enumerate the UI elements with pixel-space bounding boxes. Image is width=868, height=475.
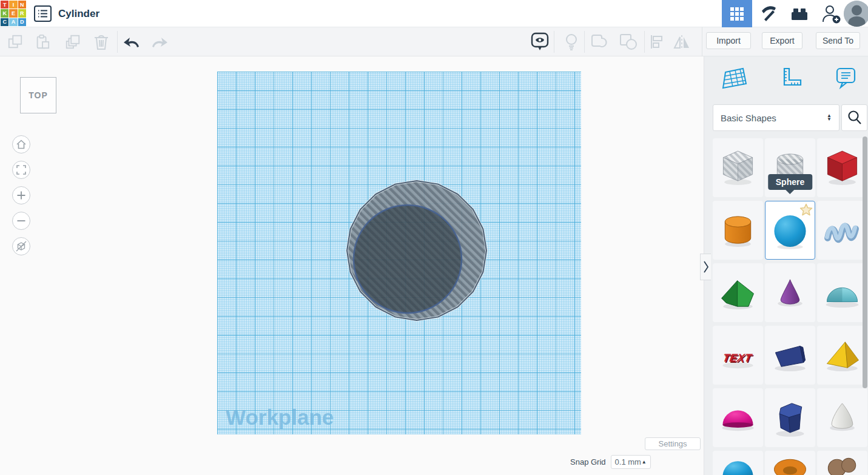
toolbar-divider [554, 31, 554, 53]
import-button[interactable]: Import [706, 32, 751, 49]
shape-tile-cylinder-orange[interactable] [713, 201, 763, 260]
panel-scrollbar[interactable] [863, 136, 867, 388]
box-transparent-shape-icon [713, 139, 762, 197]
mirror-button[interactable] [671, 32, 692, 52]
undo-button[interactable] [121, 32, 142, 52]
ungroup-icon [619, 33, 638, 50]
brick-button[interactable] [784, 0, 815, 27]
shape-tile-sphere[interactable]: Sphere [765, 201, 815, 260]
shape-tile-text[interactable] [713, 326, 763, 385]
panel-collapse-handle[interactable] [700, 254, 711, 280]
copy-button[interactable] [5, 32, 25, 52]
logo-cell-r: R [18, 9, 26, 17]
logo-cell-a: A [9, 18, 17, 26]
shape-tile-box-red[interactable] [817, 138, 867, 197]
ungroup-button[interactable] [618, 32, 639, 52]
snap-grid-select[interactable]: 0.1 mm ▲ [611, 455, 651, 469]
half-sphere-shape-icon [713, 389, 762, 446]
list-icon [38, 9, 48, 18]
redo-button[interactable] [149, 32, 170, 52]
home-view-button[interactable] [12, 135, 30, 153]
snap-grid-row: Snap Grid 0.1 mm ▲ [570, 455, 651, 469]
avatar[interactable] [844, 1, 868, 27]
edit-toolbar: Import Export Send To [0, 27, 868, 56]
roof-shape-icon [713, 264, 762, 322]
toolbar-divider [584, 31, 585, 53]
avatar-silhouette-icon [844, 1, 868, 27]
dropdown-up-icon: ▲ [642, 459, 647, 465]
shape-tile-scribble[interactable] [817, 201, 867, 260]
duplicate-button[interactable] [62, 32, 83, 52]
box-red-shape-icon [818, 139, 867, 197]
design-title[interactable]: Cylinder [58, 0, 99, 27]
grid-settings-button[interactable]: Settings [645, 437, 701, 450]
send-to-button[interactable]: Send To [816, 32, 860, 49]
viewport-canvas[interactable]: TOP [0, 56, 704, 475]
tinkercad-app: TINKERCAD Cylinder [0, 0, 868, 475]
favorite-star-icon[interactable] [799, 203, 813, 217]
dashboard-button[interactable] [722, 0, 752, 27]
copy-icon [7, 34, 23, 50]
logo-cell-c: C [1, 18, 8, 26]
shape-tile-cone[interactable] [765, 263, 815, 322]
shape-tile-roof[interactable] [713, 263, 763, 322]
view-cube[interactable]: TOP [20, 77, 56, 113]
workplane-tool-button[interactable] [721, 66, 748, 92]
zoom-out-button[interactable] [12, 212, 30, 230]
group-button[interactable] [589, 32, 610, 52]
shape-category-value: Basic Shapes [721, 113, 776, 123]
minecraft-button[interactable] [753, 0, 784, 27]
grid-view-icon [730, 7, 744, 21]
shape-search-button[interactable] [841, 104, 867, 131]
round-roof-shape-icon [818, 264, 867, 322]
paste-button[interactable] [32, 32, 53, 52]
shape-tile-tube[interactable] [817, 451, 867, 475]
tinkercad-logo[interactable]: TINKERCAD [1, 1, 26, 26]
fit-view-button[interactable] [12, 161, 30, 179]
shape-tile-pyramid[interactable] [817, 326, 867, 385]
cylinder-orange-shape-icon [713, 201, 762, 259]
shape-tile-wedge[interactable] [765, 326, 815, 385]
undo-icon [123, 35, 140, 49]
shape-tile-paraboloid[interactable] [817, 388, 867, 447]
perspective-toggle-button[interactable] [12, 237, 30, 255]
align-button[interactable] [647, 32, 667, 52]
shape-category-select[interactable]: Basic Shapes ▲▼ [713, 104, 839, 131]
shape-tile-box-transparent[interactable] [713, 138, 763, 197]
workplane[interactable]: Workplane [217, 72, 581, 434]
shape-tile-torus-blue[interactable] [713, 451, 763, 475]
perspective-cube-icon [15, 240, 27, 252]
shape-tile-round-roof[interactable] [817, 263, 867, 322]
text-shape-icon [713, 326, 762, 384]
logo-cell-d: D [18, 18, 26, 26]
light-button[interactable] [561, 32, 582, 52]
invite-button[interactable] [816, 0, 846, 27]
group-icon [591, 33, 608, 50]
show-all-button[interactable] [530, 32, 550, 52]
snap-grid-label: Snap Grid [570, 457, 606, 467]
workplane-grid-icon [721, 66, 748, 92]
torus-blue-shape-icon [713, 451, 762, 475]
cylinder-object[interactable] [217, 72, 581, 434]
zoom-in-button[interactable] [12, 186, 30, 204]
design-properties-button[interactable] [34, 5, 52, 22]
brick-icon [790, 5, 809, 22]
polygon-shape-icon [765, 389, 815, 446]
logo-cell-n: N [18, 1, 26, 8]
export-button[interactable]: Export [762, 32, 802, 49]
mirror-icon [673, 34, 691, 50]
ruler-tool-button[interactable] [777, 66, 804, 92]
shape-tile-half-sphere[interactable] [713, 388, 763, 447]
shape-tooltip: Sphere [768, 174, 812, 190]
shape-tile-polygon[interactable] [765, 388, 815, 447]
toolbar-divider [644, 31, 645, 53]
fit-view-icon [16, 164, 27, 175]
duplicate-icon [64, 33, 81, 50]
logo-cell-i: I [9, 1, 17, 8]
shape-grid: Sphere [713, 138, 867, 475]
logo-cell-k: K [1, 9, 8, 17]
notes-tool-button[interactable] [832, 66, 859, 92]
select-arrows-icon: ▲▼ [827, 114, 832, 121]
delete-button[interactable] [91, 32, 112, 52]
shape-tile-torus-orange[interactable] [765, 451, 815, 475]
